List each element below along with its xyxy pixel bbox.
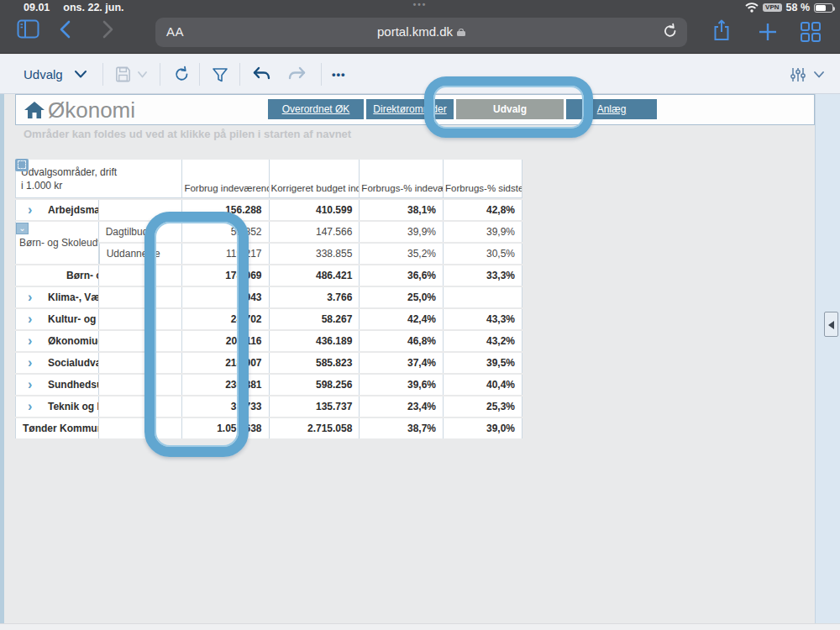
column-header: Forbrugs-% sidste år: [444, 160, 522, 198]
more-options-button[interactable]: •••: [332, 55, 346, 94]
table-row: ›Arbejdsmarkedsudvalget156.288410.59938,…: [15, 200, 522, 220]
side-panel-expander[interactable]: [824, 312, 838, 337]
expand-row-chevron-icon[interactable]: ›: [28, 314, 38, 324]
browser-chrome: 09.01 ons. 22. jun. ••• VPN 58 % AA port…: [0, 0, 840, 54]
tab-anlaeg[interactable]: Anlæg: [566, 99, 657, 119]
table-row: Tønder Kommune i alt1.051.6382.715.05838…: [15, 418, 522, 438]
value-cell: 58.267: [270, 309, 360, 329]
page-title: Økonomi: [48, 97, 135, 123]
value-cell: 218.907: [182, 353, 269, 373]
subarea-cell: Dagtilbud: [99, 222, 183, 242]
tab-udvalg[interactable]: Udvalg: [456, 99, 564, 119]
row-label: Tønder Kommune i alt: [23, 423, 99, 434]
refresh-button[interactable]: [173, 55, 191, 94]
new-tab-button[interactable]: [758, 22, 778, 42]
value-cell: 25,3%: [444, 396, 522, 417]
column-header: Forbrug indeværende år: [182, 160, 269, 198]
value-cell: 1.051.638: [182, 418, 269, 438]
collapse-row-icon[interactable]: ⌄: [16, 223, 29, 234]
arrow-left-icon: [828, 321, 834, 329]
table-row: ›Kultur- og Fritidsudvalget24.70258.2674…: [15, 309, 522, 329]
value-cell: 36,6%: [360, 265, 444, 286]
budget-table: Udvalgsområder, drift i 1.000 kr Forbrug…: [15, 158, 522, 440]
home-icon[interactable]: [24, 100, 45, 120]
page-reload-button[interactable]: [662, 23, 679, 39]
table-row: ›Klima-, Vækst- og Udviklingsudvalget943…: [15, 287, 522, 307]
save-button[interactable]: [114, 55, 147, 94]
value-cell: 410.599: [270, 200, 360, 220]
value-cell: 42,4%: [360, 309, 444, 329]
value-cell: 40,4%: [444, 375, 522, 395]
subarea-cell: [99, 287, 183, 307]
value-cell: 30,5%: [444, 244, 522, 264]
value-cell: 39,5%: [444, 353, 522, 373]
expand-row-chevron-icon[interactable]: ›: [28, 336, 38, 346]
row-label: Sundhedsudvalget: [48, 379, 99, 391]
report-tabs: Overordnet ØK Direktørområder Udvalg Anl…: [268, 99, 657, 119]
view-selector[interactable]: Udvalg: [24, 55, 87, 94]
value-cell: 147.566: [270, 222, 360, 242]
value-cell: 39,9%: [444, 222, 522, 242]
expand-row-chevron-icon[interactable]: ›: [28, 402, 38, 412]
forward-button[interactable]: [102, 20, 114, 39]
row-name-cell: ›Sundhedsudvalget: [15, 375, 99, 395]
sliders-icon: [790, 66, 806, 83]
row-name-cell: ›Klima-, Vækst- og Udviklingsudvalget: [15, 287, 99, 307]
lock-icon: [457, 29, 465, 36]
value-cell: 178.069: [182, 265, 269, 286]
row-name-cell: ›Økonomiudvalget: [15, 331, 99, 351]
value-cell: 35,2%: [360, 244, 444, 264]
expand-row-chevron-icon[interactable]: ›: [28, 205, 38, 215]
wifi-icon: [745, 3, 759, 13]
tab-direktoromrader[interactable]: Direktørområder: [366, 99, 454, 119]
left-edge-strip: [0, 94, 4, 623]
row-label: Børn- og Skoleudvalget: [66, 270, 99, 281]
address-bar[interactable]: AA portal.kmd.dk: [155, 18, 687, 47]
value-cell: 42,8%: [444, 200, 522, 220]
expand-hint-text: Områder kan foldes ud ved at klikke på p…: [24, 128, 351, 140]
undo-button[interactable]: [252, 55, 270, 94]
tab-overview-button[interactable]: [800, 21, 822, 43]
row-label: Kultur- og Fritidsudvalget: [48, 313, 99, 325]
table-header-row: Udvalgsområder, drift i 1.000 kr Forbrug…: [15, 160, 522, 198]
value-cell: 204.116: [182, 331, 269, 351]
subarea-cell: [99, 375, 183, 395]
sidebar-toggle-button[interactable]: [17, 19, 39, 39]
row-name-cell: ›Teknik og Miljøudvalget: [15, 396, 99, 417]
subarea-cell: [99, 353, 183, 373]
budget-table-body: ›Arbejdsmarkedsudvalget156.288410.59938,…: [15, 200, 522, 438]
row-name-cell: ›Arbejdsmarkedsudvalget: [15, 200, 99, 220]
vpn-badge: VPN: [763, 3, 781, 13]
value-cell: 23,4%: [360, 396, 444, 417]
value-cell: 46,8%: [360, 331, 444, 351]
value-cell: 33,3%: [444, 265, 522, 286]
back-button[interactable]: [59, 20, 71, 39]
row-name-cell: ›Socialudvalget: [15, 353, 99, 373]
redo-button[interactable]: [288, 55, 307, 94]
column-header: Korrigeret budget indeværende år: [270, 160, 360, 198]
expand-row-chevron-icon[interactable]: ›: [28, 358, 38, 368]
value-cell: 58.852: [182, 222, 269, 242]
value-cell: 25,0%: [360, 287, 444, 307]
value-cell: 598.256: [270, 375, 360, 395]
subarea-cell: [99, 418, 183, 438]
row-name-cell: Børn- og Skoleudvalget: [15, 265, 99, 286]
table-row: ›Teknik og Miljøudvalget31.733135.73723,…: [15, 396, 522, 417]
value-cell: 119.217: [182, 244, 269, 264]
tab-overordnet-ok[interactable]: Overordnet ØK: [268, 99, 364, 119]
value-cell: 37,4%: [360, 353, 444, 373]
subarea-cell: [99, 396, 183, 417]
expand-row-chevron-icon[interactable]: ›: [28, 380, 38, 390]
display-settings-button[interactable]: [790, 55, 824, 94]
column-header: Forbrugs-% indeværende år: [360, 160, 444, 198]
row-label: Økonomiudvalget: [48, 335, 99, 347]
subarea-cell: [99, 200, 183, 220]
share-button[interactable]: [711, 18, 732, 42]
value-cell: 43,3%: [444, 309, 522, 329]
table-corner-icon[interactable]: [15, 159, 29, 171]
value-cell: 38,1%: [360, 200, 444, 220]
filter-button[interactable]: [212, 55, 228, 94]
value-cell: [444, 287, 522, 307]
expand-row-chevron-icon[interactable]: ›: [28, 292, 38, 302]
url-text: portal.kmd.dk: [155, 24, 687, 39]
